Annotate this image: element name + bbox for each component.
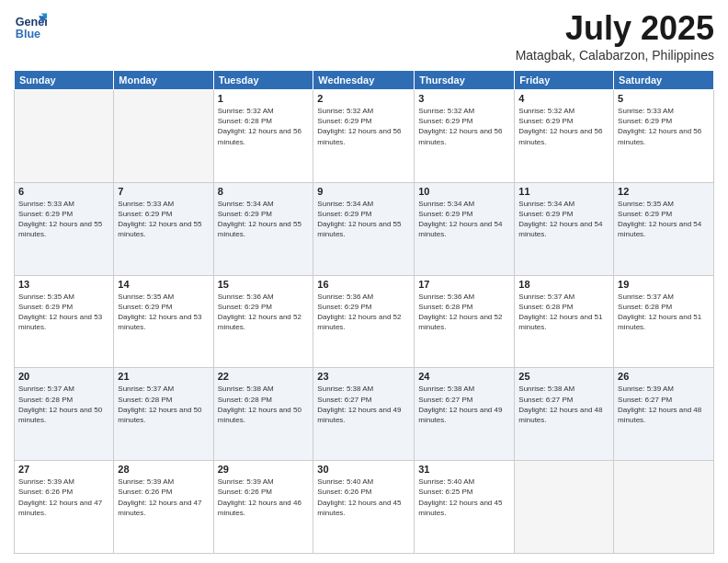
day-info: Sunrise: 5:38 AMSunset: 6:28 PMDaylight:… xyxy=(218,384,310,425)
col-monday: Monday xyxy=(114,71,213,90)
day-info: Sunrise: 5:32 AMSunset: 6:29 PMDaylight:… xyxy=(317,106,410,147)
day-info: Sunrise: 5:32 AMSunset: 6:29 PMDaylight:… xyxy=(518,106,609,147)
day-number: 19 xyxy=(618,279,710,290)
day-number: 29 xyxy=(218,464,310,475)
calendar-cell: 24Sunrise: 5:38 AMSunset: 6:27 PMDayligh… xyxy=(415,368,515,461)
day-number: 15 xyxy=(218,279,310,290)
day-info: Sunrise: 5:35 AMSunset: 6:29 PMDaylight:… xyxy=(18,292,109,333)
day-number: 23 xyxy=(317,371,410,382)
day-number: 3 xyxy=(418,93,510,104)
day-number: 22 xyxy=(218,371,310,382)
calendar-cell: 14Sunrise: 5:35 AMSunset: 6:29 PMDayligh… xyxy=(114,275,213,368)
day-number: 30 xyxy=(317,464,410,475)
day-number: 10 xyxy=(418,186,510,197)
calendar-cell: 18Sunrise: 5:37 AMSunset: 6:28 PMDayligh… xyxy=(515,275,614,368)
calendar-cell: 20Sunrise: 5:37 AMSunset: 6:28 PMDayligh… xyxy=(15,368,114,461)
day-info: Sunrise: 5:36 AMSunset: 6:29 PMDaylight:… xyxy=(218,292,310,333)
calendar-cell xyxy=(15,90,114,183)
month-title: July 2025 xyxy=(516,9,714,48)
day-info: Sunrise: 5:38 AMSunset: 6:27 PMDaylight:… xyxy=(518,384,609,425)
calendar-week-row: 20Sunrise: 5:37 AMSunset: 6:28 PMDayligh… xyxy=(15,368,714,461)
day-number: 6 xyxy=(18,186,109,197)
day-number: 8 xyxy=(218,186,310,197)
calendar-cell: 2Sunrise: 5:32 AMSunset: 6:29 PMDaylight… xyxy=(313,90,415,183)
day-number: 28 xyxy=(118,464,209,475)
day-info: Sunrise: 5:35 AMSunset: 6:29 PMDaylight:… xyxy=(118,292,209,333)
calendar-cell: 19Sunrise: 5:37 AMSunset: 6:28 PMDayligh… xyxy=(614,275,714,368)
day-number: 2 xyxy=(317,93,410,104)
calendar-cell: 13Sunrise: 5:35 AMSunset: 6:29 PMDayligh… xyxy=(15,275,114,368)
day-info: Sunrise: 5:33 AMSunset: 6:29 PMDaylight:… xyxy=(618,106,710,147)
day-info: Sunrise: 5:36 AMSunset: 6:29 PMDaylight:… xyxy=(317,292,410,333)
calendar-cell: 23Sunrise: 5:38 AMSunset: 6:27 PMDayligh… xyxy=(313,368,415,461)
day-info: Sunrise: 5:40 AMSunset: 6:25 PMDaylight:… xyxy=(418,477,510,518)
day-info: Sunrise: 5:37 AMSunset: 6:28 PMDaylight:… xyxy=(618,292,710,333)
page: General Blue July 2025 Matagbak, Calabar… xyxy=(0,0,728,563)
location-title: Matagbak, Calabarzon, Philippines xyxy=(516,48,714,63)
calendar-cell: 25Sunrise: 5:38 AMSunset: 6:27 PMDayligh… xyxy=(515,368,614,461)
day-info: Sunrise: 5:39 AMSunset: 6:26 PMDaylight:… xyxy=(18,477,109,518)
day-info: Sunrise: 5:39 AMSunset: 6:27 PMDaylight:… xyxy=(618,384,710,425)
calendar-cell: 21Sunrise: 5:37 AMSunset: 6:28 PMDayligh… xyxy=(114,368,213,461)
day-info: Sunrise: 5:38 AMSunset: 6:27 PMDaylight:… xyxy=(317,384,410,425)
day-info: Sunrise: 5:34 AMSunset: 6:29 PMDaylight:… xyxy=(518,199,609,240)
day-number: 7 xyxy=(118,186,209,197)
calendar-cell: 7Sunrise: 5:33 AMSunset: 6:29 PMDaylight… xyxy=(114,182,213,275)
header: General Blue July 2025 Matagbak, Calabar… xyxy=(14,9,714,63)
calendar-cell: 12Sunrise: 5:35 AMSunset: 6:29 PMDayligh… xyxy=(614,182,714,275)
calendar-cell: 29Sunrise: 5:39 AMSunset: 6:26 PMDayligh… xyxy=(213,461,313,554)
day-number: 14 xyxy=(118,279,209,290)
calendar-cell: 3Sunrise: 5:32 AMSunset: 6:29 PMDaylight… xyxy=(415,90,515,183)
calendar-cell: 22Sunrise: 5:38 AMSunset: 6:28 PMDayligh… xyxy=(213,368,313,461)
day-info: Sunrise: 5:33 AMSunset: 6:29 PMDaylight:… xyxy=(118,199,209,240)
calendar-week-row: 1Sunrise: 5:32 AMSunset: 6:28 PMDaylight… xyxy=(15,90,714,183)
title-block: July 2025 Matagbak, Calabarzon, Philippi… xyxy=(516,9,714,63)
day-number: 4 xyxy=(518,93,609,104)
day-info: Sunrise: 5:37 AMSunset: 6:28 PMDaylight:… xyxy=(18,384,109,425)
day-number: 5 xyxy=(618,93,710,104)
day-info: Sunrise: 5:37 AMSunset: 6:28 PMDaylight:… xyxy=(118,384,209,425)
calendar-cell: 5Sunrise: 5:33 AMSunset: 6:29 PMDaylight… xyxy=(614,90,714,183)
day-number: 21 xyxy=(118,371,209,382)
col-saturday: Saturday xyxy=(614,71,714,90)
calendar-cell xyxy=(515,461,614,554)
day-info: Sunrise: 5:32 AMSunset: 6:29 PMDaylight:… xyxy=(418,106,510,147)
day-info: Sunrise: 5:34 AMSunset: 6:29 PMDaylight:… xyxy=(317,199,410,240)
calendar-cell: 27Sunrise: 5:39 AMSunset: 6:26 PMDayligh… xyxy=(15,461,114,554)
day-number: 17 xyxy=(418,279,510,290)
calendar-cell xyxy=(114,90,213,183)
day-info: Sunrise: 5:34 AMSunset: 6:29 PMDaylight:… xyxy=(418,199,510,240)
calendar-cell: 15Sunrise: 5:36 AMSunset: 6:29 PMDayligh… xyxy=(213,275,313,368)
day-number: 11 xyxy=(518,186,609,197)
calendar-cell: 10Sunrise: 5:34 AMSunset: 6:29 PMDayligh… xyxy=(415,182,515,275)
day-number: 18 xyxy=(518,279,609,290)
col-tuesday: Tuesday xyxy=(213,71,313,90)
calendar-cell: 8Sunrise: 5:34 AMSunset: 6:29 PMDaylight… xyxy=(213,182,313,275)
logo-icon: General Blue xyxy=(14,9,47,42)
calendar-cell: 26Sunrise: 5:39 AMSunset: 6:27 PMDayligh… xyxy=(614,368,714,461)
day-info: Sunrise: 5:33 AMSunset: 6:29 PMDaylight:… xyxy=(18,199,109,240)
calendar: Sunday Monday Tuesday Wednesday Thursday… xyxy=(14,70,714,554)
calendar-cell: 11Sunrise: 5:34 AMSunset: 6:29 PMDayligh… xyxy=(515,182,614,275)
day-info: Sunrise: 5:37 AMSunset: 6:28 PMDaylight:… xyxy=(518,292,609,333)
day-info: Sunrise: 5:35 AMSunset: 6:29 PMDaylight:… xyxy=(618,199,710,240)
day-info: Sunrise: 5:39 AMSunset: 6:26 PMDaylight:… xyxy=(118,477,209,518)
day-info: Sunrise: 5:36 AMSunset: 6:28 PMDaylight:… xyxy=(418,292,510,333)
calendar-cell: 6Sunrise: 5:33 AMSunset: 6:29 PMDaylight… xyxy=(15,182,114,275)
logo: General Blue xyxy=(14,9,47,42)
calendar-cell: 28Sunrise: 5:39 AMSunset: 6:26 PMDayligh… xyxy=(114,461,213,554)
calendar-cell: 30Sunrise: 5:40 AMSunset: 6:26 PMDayligh… xyxy=(313,461,415,554)
day-number: 9 xyxy=(317,186,410,197)
calendar-cell xyxy=(614,461,714,554)
col-friday: Friday xyxy=(515,71,614,90)
day-number: 24 xyxy=(418,371,510,382)
day-info: Sunrise: 5:38 AMSunset: 6:27 PMDaylight:… xyxy=(418,384,510,425)
day-info: Sunrise: 5:32 AMSunset: 6:28 PMDaylight:… xyxy=(218,106,310,147)
col-thursday: Thursday xyxy=(415,71,515,90)
calendar-cell: 1Sunrise: 5:32 AMSunset: 6:28 PMDaylight… xyxy=(213,90,313,183)
day-number: 25 xyxy=(518,371,609,382)
calendar-week-row: 13Sunrise: 5:35 AMSunset: 6:29 PMDayligh… xyxy=(15,275,714,368)
col-wednesday: Wednesday xyxy=(313,71,415,90)
day-number: 1 xyxy=(218,93,310,104)
day-number: 27 xyxy=(18,464,109,475)
